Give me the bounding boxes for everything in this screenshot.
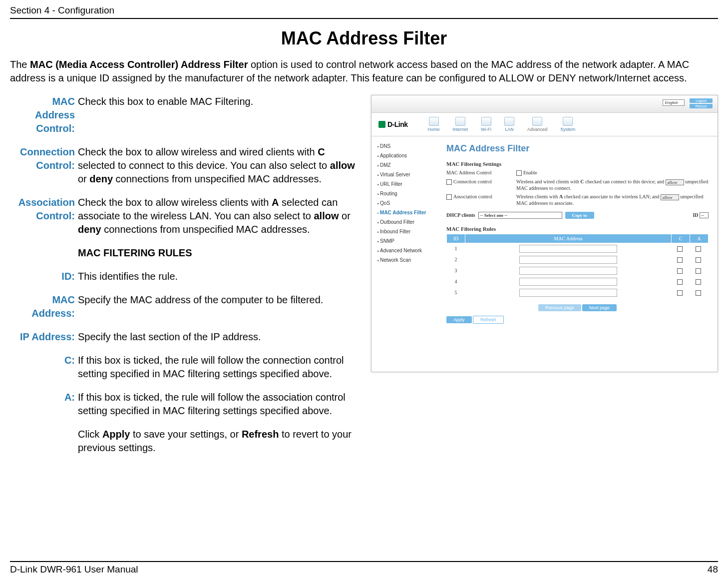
ss-section-1: MAC Filtering Settings: [446, 161, 709, 167]
sidebar-item-qos[interactable]: QoS: [377, 198, 437, 208]
rules-heading: MAC FILTERING RULES: [78, 246, 365, 270]
th-id: ID: [447, 234, 465, 243]
table-row: 4: [447, 276, 709, 287]
label-connection-control: Connection Control:: [10, 145, 78, 196]
logout-button[interactable]: Logout: [690, 98, 713, 103]
nav-tab-icon: [504, 117, 514, 126]
nav-tab-advanced[interactable]: Advanced: [527, 117, 547, 132]
sidebar: DNSApplicationsDMZVirtual ServerURL Filt…: [371, 136, 437, 373]
label-c: C:: [10, 354, 78, 391]
sidebar-item-network-scan[interactable]: Network Scan: [377, 255, 437, 265]
next-page-button[interactable]: Next page: [582, 304, 617, 311]
sidebar-item-advanced-network[interactable]: Advanced Network: [377, 246, 437, 255]
section-header: Section 4 - Configuration: [10, 5, 718, 19]
sidebar-item-applications[interactable]: Applications: [377, 151, 437, 160]
a-checkbox[interactable]: [696, 257, 701, 263]
assoc-allow-select[interactable]: allow: [661, 194, 679, 200]
a-checkbox[interactable]: [696, 268, 701, 274]
sidebar-item-inbound-filter[interactable]: Inbound Filter: [377, 227, 437, 236]
reboot-button[interactable]: Reboot: [690, 104, 713, 108]
lang-select[interactable]: English: [663, 99, 685, 106]
apply-b2: Refresh: [242, 429, 279, 440]
nav-tab-label: Internet: [453, 127, 468, 132]
th-mac: MAC Address: [465, 234, 672, 243]
c-checkbox[interactable]: [677, 290, 683, 296]
c-checkbox[interactable]: [677, 279, 683, 285]
body-c: If this box is ticked, the rule will fol…: [78, 354, 365, 391]
ac-deny: deny: [78, 224, 101, 235]
sidebar-item-virtual-server[interactable]: Virtual Server: [377, 170, 437, 179]
mac-input[interactable]: [519, 278, 617, 286]
a-checkbox[interactable]: [696, 290, 701, 296]
nav-tab-icon: [563, 117, 573, 126]
nav-tab-internet[interactable]: Internet: [453, 117, 468, 132]
nav-tab-lan[interactable]: LAN: [504, 117, 514, 132]
id-label: ID: [693, 212, 698, 218]
enable-label: Enable: [523, 170, 537, 175]
association-control-checkbox[interactable]: [446, 194, 452, 200]
label-association-control: Association Control:: [10, 196, 78, 246]
cell-id: 1: [447, 243, 465, 254]
nav-tab-system[interactable]: System: [560, 117, 575, 132]
sidebar-item-dmz[interactable]: DMZ: [377, 160, 437, 170]
footer-page-number: 48: [708, 564, 718, 575]
nav-tab-icon: [429, 117, 439, 126]
cc-mid: selected to connect to this device. You …: [78, 160, 330, 171]
apply-note: Click Apply to save your settings, or Re…: [78, 428, 365, 465]
page-footer: D-Link DWR-961 User Manual 48: [10, 561, 718, 575]
apply-mid: to save your settings, or: [130, 429, 241, 440]
dhcp-select[interactable]: -- Select one --: [478, 212, 562, 219]
sidebar-item-dns[interactable]: DNS: [377, 141, 437, 151]
sidebar-item-mac-address-filter[interactable]: MAC Address Filter: [377, 208, 437, 217]
mac-input[interactable]: [519, 256, 617, 264]
sidebar-item-outbound-filter[interactable]: Outbound Filter: [377, 217, 437, 227]
copy-to-button[interactable]: Copy to: [565, 212, 594, 219]
id-select[interactable]: --: [700, 212, 709, 218]
refresh-button[interactable]: Refresh: [473, 316, 504, 324]
logo-text: D-Link: [387, 120, 408, 128]
rules-table: ID MAC Address C A 12345: [446, 234, 709, 298]
conn-allow-select[interactable]: allow: [666, 179, 684, 185]
ss-section-2: MAC Filtering Rules: [446, 226, 709, 232]
apply-button[interactable]: Apply: [446, 316, 472, 323]
prev-page-button[interactable]: Previous page: [538, 304, 581, 311]
body-ip-address: Specify the last section of the IP addre…: [78, 330, 365, 354]
nav-tab-label: Home: [428, 127, 440, 132]
label-a: A:: [10, 391, 78, 428]
mac-input[interactable]: [519, 289, 617, 297]
a-checkbox[interactable]: [696, 279, 701, 285]
body-association-control: Check the box to allow wireless clients …: [78, 196, 365, 246]
c-checkbox[interactable]: [677, 268, 683, 274]
sidebar-item-url-filter[interactable]: URL Filter: [377, 179, 437, 189]
label-mac-address-control: MAC Address Control:: [10, 95, 78, 145]
label-mac-address: MAC Address:: [10, 293, 78, 330]
sidebar-item-snmp[interactable]: SNMP: [377, 236, 437, 246]
enable-checkbox[interactable]: [516, 170, 522, 176]
mac-input[interactable]: [519, 267, 617, 275]
nav-tab-home[interactable]: Home: [428, 117, 440, 132]
connection-control-checkbox[interactable]: [446, 179, 452, 185]
footer-left: D-Link DWR-961 User Manual: [10, 564, 138, 575]
connection-control-text: Wireless and wired clients with C checke…: [516, 179, 709, 191]
apply-b1: Apply: [102, 429, 130, 440]
intro-pre: The: [10, 59, 30, 70]
association-control-text: Wireless clients with A checked can asso…: [516, 194, 709, 206]
c-checkbox[interactable]: [677, 246, 683, 252]
ss-mac-ctrl-label: MAC Address Control: [446, 170, 516, 175]
association-control-cb-label: Association control: [453, 194, 492, 199]
th-a: A: [690, 234, 709, 243]
nav-tab-wi-fi[interactable]: Wi-Fi: [481, 117, 491, 132]
cc-or: or: [78, 173, 89, 184]
cc-deny: deny: [89, 173, 113, 184]
mac-input[interactable]: [519, 245, 617, 253]
cell-id: 3: [447, 265, 465, 276]
sidebar-item-routing[interactable]: Routing: [377, 189, 437, 198]
connection-control-cb-label: Connection control: [453, 179, 492, 184]
nav-tab-icon: [481, 117, 491, 126]
nav-tab-label: System: [560, 127, 575, 132]
body-connection-control: Check the box to allow wireless and wire…: [78, 145, 365, 196]
ac-bold-a: A: [272, 197, 279, 208]
c-checkbox[interactable]: [677, 257, 683, 263]
intro-bold: MAC (Media Access Controller) Address Fi…: [30, 59, 248, 70]
a-checkbox[interactable]: [696, 246, 701, 252]
